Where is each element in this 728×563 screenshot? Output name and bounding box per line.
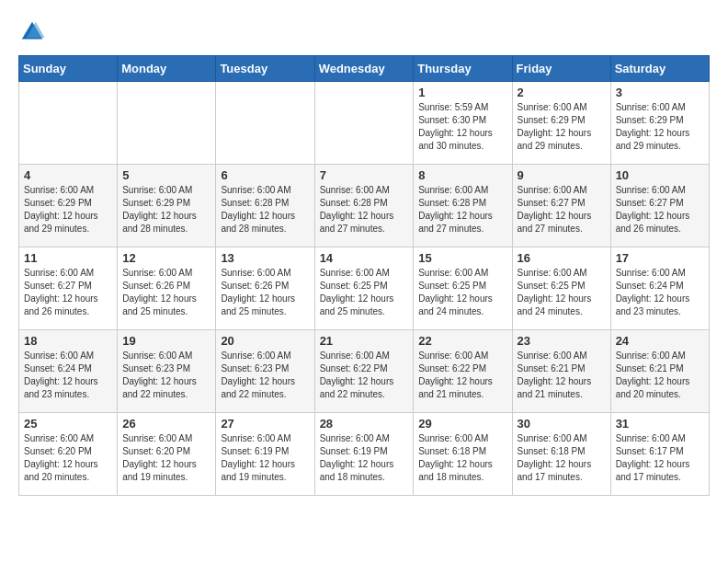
day-number: 27: [221, 417, 309, 431]
calendar-day-cell: 21Sunrise: 6:00 AMSunset: 6:22 PMDayligh…: [314, 330, 414, 413]
calendar-day-cell: 31Sunrise: 6:00 AMSunset: 6:17 PMDayligh…: [610, 413, 709, 496]
day-number: 4: [24, 168, 112, 182]
calendar-day-cell: 10Sunrise: 6:00 AMSunset: 6:27 PMDayligh…: [610, 165, 709, 247]
day-info: Sunrise: 6:00 AMSunset: 6:26 PMDaylight:…: [122, 267, 210, 318]
day-number: 14: [320, 251, 409, 265]
day-of-week-header: Monday: [118, 56, 216, 82]
day-number: 19: [122, 334, 210, 348]
day-info: Sunrise: 6:00 AMSunset: 6:18 PMDaylight:…: [418, 432, 506, 484]
calendar-day-cell: 23Sunrise: 6:00 AMSunset: 6:21 PMDayligh…: [512, 330, 610, 413]
day-info: Sunrise: 5:59 AMSunset: 6:30 PMDaylight:…: [418, 101, 506, 153]
calendar-day-cell: 16Sunrise: 6:00 AMSunset: 6:25 PMDayligh…: [512, 247, 610, 330]
calendar-week-row: 18Sunrise: 6:00 AMSunset: 6:24 PMDayligh…: [19, 330, 710, 413]
page-header: [18, 18, 710, 46]
calendar-day-cell: [216, 82, 314, 165]
day-number: 31: [616, 417, 704, 431]
day-number: 28: [320, 417, 409, 431]
calendar-week-row: 11Sunrise: 6:00 AMSunset: 6:27 PMDayligh…: [19, 247, 710, 330]
day-info: Sunrise: 6:00 AMSunset: 6:19 PMDaylight:…: [320, 432, 409, 484]
calendar-day-cell: 24Sunrise: 6:00 AMSunset: 6:21 PMDayligh…: [610, 330, 709, 413]
day-number: 2: [518, 86, 606, 99]
calendar-day-cell: 27Sunrise: 6:00 AMSunset: 6:19 PMDayligh…: [216, 413, 314, 496]
day-info: Sunrise: 6:00 AMSunset: 6:26 PMDaylight:…: [221, 267, 309, 318]
day-of-week-header: Tuesday: [216, 56, 314, 82]
day-of-week-header: Saturday: [610, 56, 709, 82]
calendar-day-cell: 18Sunrise: 6:00 AMSunset: 6:24 PMDayligh…: [19, 330, 118, 413]
day-of-week-header: Thursday: [414, 56, 512, 82]
day-number: 22: [418, 334, 506, 348]
calendar-day-cell: 12Sunrise: 6:00 AMSunset: 6:26 PMDayligh…: [118, 247, 216, 330]
day-number: 30: [518, 417, 606, 431]
calendar-day-cell: 6Sunrise: 6:00 AMSunset: 6:28 PMDaylight…: [216, 165, 314, 247]
calendar-day-cell: 20Sunrise: 6:00 AMSunset: 6:23 PMDayligh…: [216, 330, 314, 413]
calendar-day-cell: 4Sunrise: 6:00 AMSunset: 6:29 PMDaylight…: [19, 165, 118, 247]
day-number: 26: [122, 417, 210, 431]
calendar-week-row: 1Sunrise: 5:59 AMSunset: 6:30 PMDaylight…: [19, 82, 710, 165]
day-number: 13: [221, 251, 309, 265]
day-info: Sunrise: 6:00 AMSunset: 6:23 PMDaylight:…: [122, 350, 210, 401]
day-info: Sunrise: 6:00 AMSunset: 6:29 PMDaylight:…: [24, 184, 112, 236]
day-number: 9: [518, 168, 606, 182]
calendar-day-cell: [314, 82, 414, 165]
calendar-table: SundayMondayTuesdayWednesdayThursdayFrid…: [18, 55, 710, 496]
calendar-day-cell: 8Sunrise: 6:00 AMSunset: 6:28 PMDaylight…: [414, 165, 512, 247]
calendar-day-cell: 2Sunrise: 6:00 AMSunset: 6:29 PMDaylight…: [512, 82, 610, 165]
calendar-day-cell: 13Sunrise: 6:00 AMSunset: 6:26 PMDayligh…: [216, 247, 314, 330]
calendar-day-cell: 26Sunrise: 6:00 AMSunset: 6:20 PMDayligh…: [118, 413, 216, 496]
calendar-header-row: SundayMondayTuesdayWednesdayThursdayFrid…: [19, 56, 710, 82]
day-info: Sunrise: 6:00 AMSunset: 6:23 PMDaylight:…: [221, 350, 309, 401]
day-info: Sunrise: 6:00 AMSunset: 6:22 PMDaylight:…: [320, 350, 409, 401]
calendar-day-cell: 19Sunrise: 6:00 AMSunset: 6:23 PMDayligh…: [118, 330, 216, 413]
day-info: Sunrise: 6:00 AMSunset: 6:24 PMDaylight:…: [24, 350, 112, 401]
calendar-day-cell: 30Sunrise: 6:00 AMSunset: 6:18 PMDayligh…: [512, 413, 610, 496]
day-number: 8: [418, 168, 506, 182]
calendar-day-cell: 1Sunrise: 5:59 AMSunset: 6:30 PMDaylight…: [414, 82, 512, 165]
calendar-day-cell: 3Sunrise: 6:00 AMSunset: 6:29 PMDaylight…: [610, 82, 709, 165]
day-info: Sunrise: 6:00 AMSunset: 6:17 PMDaylight:…: [616, 432, 704, 484]
day-number: 21: [320, 334, 409, 348]
calendar-day-cell: 11Sunrise: 6:00 AMSunset: 6:27 PMDayligh…: [19, 247, 118, 330]
calendar-day-cell: 5Sunrise: 6:00 AMSunset: 6:29 PMDaylight…: [118, 165, 216, 247]
calendar-day-cell: 7Sunrise: 6:00 AMSunset: 6:28 PMDaylight…: [314, 165, 414, 247]
logo-icon: [18, 18, 46, 46]
day-number: 17: [616, 251, 704, 265]
day-info: Sunrise: 6:00 AMSunset: 6:27 PMDaylight:…: [518, 184, 606, 236]
day-info: Sunrise: 6:00 AMSunset: 6:28 PMDaylight:…: [418, 184, 506, 236]
day-number: 5: [122, 168, 210, 182]
calendar-day-cell: [118, 82, 216, 165]
day-info: Sunrise: 6:00 AMSunset: 6:25 PMDaylight:…: [518, 267, 606, 318]
day-info: Sunrise: 6:00 AMSunset: 6:21 PMDaylight:…: [616, 350, 704, 401]
calendar-day-cell: [19, 82, 118, 165]
day-info: Sunrise: 6:00 AMSunset: 6:24 PMDaylight:…: [616, 267, 704, 318]
day-info: Sunrise: 6:00 AMSunset: 6:22 PMDaylight:…: [418, 350, 506, 401]
day-number: 11: [24, 251, 112, 265]
calendar-day-cell: 22Sunrise: 6:00 AMSunset: 6:22 PMDayligh…: [414, 330, 512, 413]
day-number: 25: [24, 417, 112, 431]
calendar-day-cell: 14Sunrise: 6:00 AMSunset: 6:25 PMDayligh…: [314, 247, 414, 330]
day-info: Sunrise: 6:00 AMSunset: 6:27 PMDaylight:…: [24, 267, 112, 318]
day-number: 23: [518, 334, 606, 348]
day-info: Sunrise: 6:00 AMSunset: 6:27 PMDaylight:…: [616, 184, 704, 236]
day-number: 16: [518, 251, 606, 265]
day-number: 3: [616, 86, 704, 99]
day-info: Sunrise: 6:00 AMSunset: 6:21 PMDaylight:…: [518, 350, 606, 401]
day-info: Sunrise: 6:00 AMSunset: 6:29 PMDaylight:…: [616, 101, 704, 153]
calendar-day-cell: 29Sunrise: 6:00 AMSunset: 6:18 PMDayligh…: [414, 413, 512, 496]
calendar-week-row: 4Sunrise: 6:00 AMSunset: 6:29 PMDaylight…: [19, 165, 710, 247]
day-info: Sunrise: 6:00 AMSunset: 6:19 PMDaylight:…: [221, 432, 309, 484]
calendar-day-cell: 17Sunrise: 6:00 AMSunset: 6:24 PMDayligh…: [610, 247, 709, 330]
day-number: 15: [418, 251, 506, 265]
calendar-day-cell: 15Sunrise: 6:00 AMSunset: 6:25 PMDayligh…: [414, 247, 512, 330]
day-info: Sunrise: 6:00 AMSunset: 6:18 PMDaylight:…: [518, 432, 606, 484]
day-info: Sunrise: 6:00 AMSunset: 6:20 PMDaylight:…: [122, 432, 210, 484]
logo: [18, 18, 50, 46]
day-number: 18: [24, 334, 112, 348]
day-info: Sunrise: 6:00 AMSunset: 6:25 PMDaylight:…: [418, 267, 506, 318]
day-of-week-header: Friday: [512, 56, 610, 82]
day-of-week-header: Sunday: [19, 56, 118, 82]
calendar-week-row: 25Sunrise: 6:00 AMSunset: 6:20 PMDayligh…: [19, 413, 710, 496]
calendar-day-cell: 28Sunrise: 6:00 AMSunset: 6:19 PMDayligh…: [314, 413, 414, 496]
day-number: 10: [616, 168, 704, 182]
day-number: 7: [320, 168, 409, 182]
day-info: Sunrise: 6:00 AMSunset: 6:29 PMDaylight:…: [122, 184, 210, 236]
